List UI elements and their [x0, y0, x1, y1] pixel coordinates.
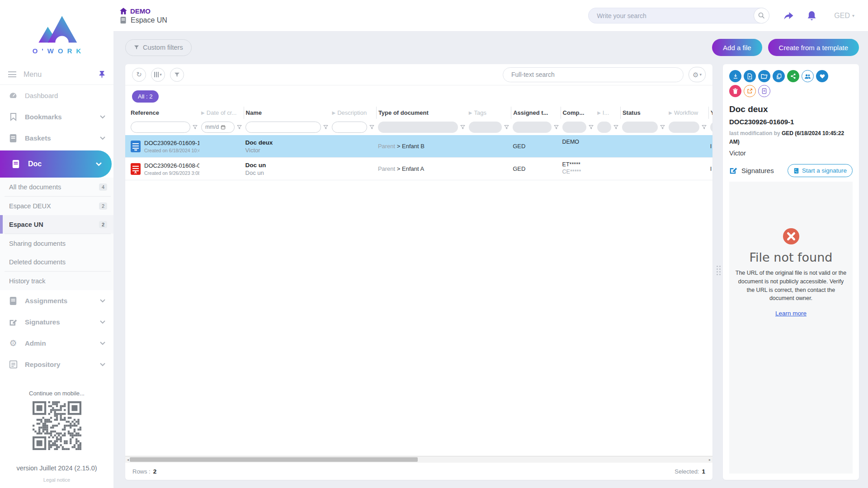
- column-header-reference[interactable]: Reference: [129, 107, 199, 119]
- delete-button[interactable]: [729, 85, 741, 97]
- sidebar-item-label: Admin: [25, 339, 93, 347]
- filter-description-input[interactable]: [332, 122, 367, 133]
- custom-filters-button[interactable]: Custom filters: [125, 39, 192, 56]
- filter-tags-select[interactable]: [469, 122, 502, 133]
- panel-resize-handle[interactable]: [717, 266, 721, 275]
- add-version-button[interactable]: [744, 70, 756, 82]
- sidebar-item-doc[interactable]: Doc: [0, 150, 112, 178]
- assign-users-button[interactable]: [802, 70, 814, 82]
- sidebar-item-bookmarks[interactable]: Bookmarks: [0, 106, 113, 127]
- share-document-button[interactable]: [787, 70, 799, 82]
- sidebar-item-admin[interactable]: ⚙ Admin: [0, 333, 113, 354]
- column-header-assigned-to[interactable]: Assigned t...: [511, 107, 560, 119]
- filter-y-select[interactable]: [710, 122, 712, 133]
- sidebar-item-label: Repository: [25, 361, 93, 368]
- sidebar-item-dashboard[interactable]: Dashboard: [0, 85, 113, 106]
- notifications-button[interactable]: [807, 10, 817, 21]
- sidebar-subitem-deleted-documents[interactable]: Deleted documents: [0, 253, 113, 271]
- sidebar-subitem-all-documents[interactable]: All the documents 4: [0, 178, 113, 196]
- filter-date-input[interactable]: mm/d: [201, 122, 234, 133]
- refresh-button[interactable]: ↻: [132, 68, 146, 82]
- menu-toggle[interactable]: Menu: [0, 64, 113, 85]
- grid-toolbar: ↻ ▾ ⚙ ▾: [125, 64, 712, 85]
- column-header-workflow[interactable]: ▶Workflow: [667, 107, 708, 119]
- open-external-button[interactable]: [744, 85, 756, 97]
- doc-reference: DOC230926-01609-1: [144, 140, 199, 146]
- grid-settings-button[interactable]: ⚙ ▾: [689, 67, 706, 82]
- forward-arrow-icon: [783, 10, 795, 21]
- search-submit-button[interactable]: [754, 8, 769, 23]
- column-header-status[interactable]: Status: [620, 107, 667, 119]
- sidebar-item-repository[interactable]: Repository: [0, 354, 113, 375]
- funnel-icon[interactable]: [554, 125, 559, 130]
- copy-button[interactable]: [773, 70, 785, 82]
- filter-name-input[interactable]: [245, 122, 321, 133]
- download-button[interactable]: [729, 70, 741, 82]
- expander-icon[interactable]: ▶: [332, 110, 335, 115]
- column-header-company[interactable]: Comp...: [561, 107, 596, 119]
- sidebar-subitem-history-track[interactable]: History track: [0, 272, 113, 290]
- funnel-icon[interactable]: [504, 125, 509, 130]
- funnel-icon[interactable]: [660, 125, 665, 130]
- legal-notice-link[interactable]: Legal notice: [0, 477, 113, 483]
- column-header-y[interactable]: Y...: [708, 107, 712, 119]
- learn-more-link[interactable]: Learn more: [775, 310, 807, 317]
- expander-icon[interactable]: ▶: [669, 110, 672, 115]
- add-file-button[interactable]: Add a file: [712, 39, 762, 56]
- filter-button[interactable]: [170, 68, 184, 82]
- column-header-description[interactable]: ▶Description: [330, 107, 376, 119]
- column-header-date-of-creation[interactable]: ▶Date of cr...: [199, 107, 243, 119]
- scroll-right-arrow[interactable]: ▸: [707, 458, 712, 462]
- document-note-button[interactable]: [758, 85, 770, 97]
- user-menu[interactable]: GED ▾: [834, 12, 854, 20]
- table-row[interactable]: w DOC230926-01609-1 Created on 6/18/2024…: [125, 135, 712, 158]
- create-from-template-button[interactable]: Create from a template: [768, 39, 859, 56]
- breadcrumb-home[interactable]: DEMO: [120, 7, 167, 15]
- funnel-icon[interactable]: [193, 125, 198, 130]
- start-signature-button[interactable]: Start a signature: [788, 164, 853, 177]
- funnel-icon[interactable]: [702, 125, 707, 130]
- share-button[interactable]: [783, 10, 795, 21]
- filter-status-select[interactable]: [622, 122, 658, 133]
- sidebar-subitem-espace-un[interactable]: Espace UN 2: [0, 215, 113, 234]
- column-header-name[interactable]: Name: [244, 107, 330, 119]
- filter-reference-input[interactable]: [131, 122, 190, 133]
- doc-company-sub: CE*****: [562, 169, 594, 175]
- tab-all[interactable]: All : 2: [132, 90, 159, 103]
- funnel-icon[interactable]: [613, 125, 618, 130]
- filter-i-select[interactable]: [597, 122, 611, 133]
- funnel-icon[interactable]: [323, 125, 328, 130]
- funnel-icon[interactable]: [369, 125, 374, 130]
- favorite-button[interactable]: [816, 70, 828, 82]
- sidebar-item-assignments[interactable]: Assignments: [0, 290, 113, 311]
- doc-cut-text: I: [708, 165, 712, 172]
- columns-button[interactable]: ▾: [151, 68, 165, 82]
- column-header-tags[interactable]: ▶Tags: [467, 107, 511, 119]
- global-search-input[interactable]: [588, 8, 769, 23]
- funnel-icon[interactable]: [237, 125, 242, 130]
- filter-assigned-select[interactable]: [513, 122, 551, 133]
- funnel-icon: [174, 72, 180, 78]
- column-header-type-of-document[interactable]: Type of document: [376, 107, 467, 119]
- search-icon: [758, 12, 765, 19]
- sidebar-item-baskets[interactable]: Baskets: [0, 127, 113, 149]
- sidebar-subitem-espace-deux[interactable]: Espace DEUX 2: [0, 197, 113, 215]
- column-header-i[interactable]: ▶I...: [595, 107, 620, 119]
- open-folder-button[interactable]: [758, 70, 770, 82]
- table-row[interactable]: A DOC230926-01608-0 Created on 9/26/2023…: [125, 158, 712, 180]
- pin-icon[interactable]: [99, 70, 105, 78]
- funnel-icon[interactable]: [589, 125, 594, 130]
- filter-type-select[interactable]: [378, 122, 458, 133]
- content-row: ↻ ▾ ⚙ ▾: [125, 64, 859, 480]
- filter-workflow-select[interactable]: [669, 122, 699, 133]
- filter-company-select[interactable]: [562, 122, 587, 133]
- fulltext-search-input[interactable]: [503, 67, 684, 82]
- sidebar-subitem-sharing-documents[interactable]: Sharing documents: [0, 234, 113, 253]
- expander-icon[interactable]: ▶: [597, 110, 601, 115]
- expander-icon[interactable]: ▶: [201, 110, 205, 115]
- sidebar-item-signatures[interactable]: Signatures: [0, 311, 113, 333]
- funnel-icon[interactable]: [460, 125, 465, 130]
- scrollbar-thumb[interactable]: [130, 457, 418, 462]
- expander-icon[interactable]: ▶: [469, 110, 472, 115]
- horizontal-scrollbar[interactable]: ◂ ▸: [125, 456, 712, 463]
